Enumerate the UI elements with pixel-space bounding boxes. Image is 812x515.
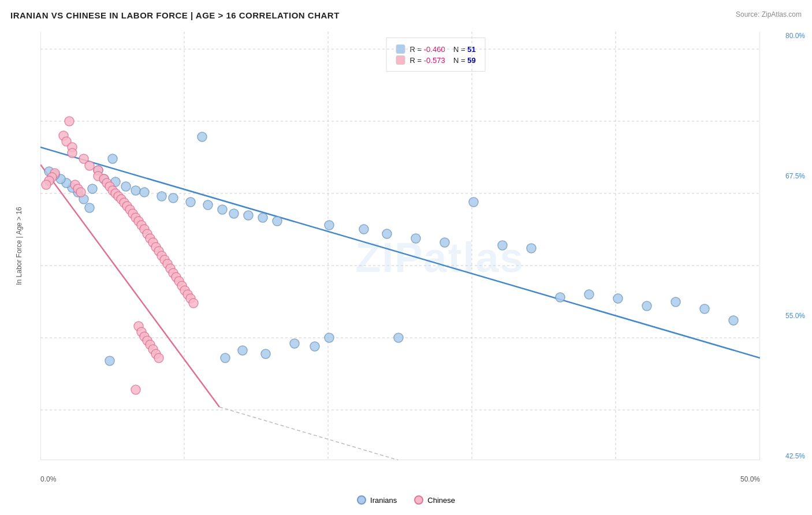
legend-label-iranians: Iranians <box>370 496 397 505</box>
svg-point-45 <box>671 297 680 307</box>
svg-point-41 <box>556 293 565 302</box>
svg-point-21 <box>88 184 97 193</box>
legend-label-chinese: Chinese <box>427 496 455 505</box>
svg-point-47 <box>729 316 738 325</box>
svg-point-54 <box>261 349 270 359</box>
svg-point-104 <box>76 188 85 197</box>
y-label-42: 42.5% <box>785 452 805 460</box>
svg-point-31 <box>258 213 267 222</box>
svg-point-24 <box>157 192 166 201</box>
svg-point-42 <box>584 290 594 299</box>
svg-point-33 <box>325 221 334 230</box>
svg-point-56 <box>198 132 207 141</box>
legend-item-iranians: Iranians <box>357 495 397 505</box>
x-axis-labels: 0.0% 50.0% <box>40 475 760 483</box>
svg-point-50 <box>394 333 403 342</box>
svg-point-113 <box>131 385 140 394</box>
svg-point-30 <box>244 211 253 220</box>
svg-point-112 <box>42 180 51 189</box>
y-axis-label: In Labor Force | Age > 16 <box>0 32 38 460</box>
svg-point-35 <box>382 229 392 238</box>
svg-point-57 <box>85 203 94 212</box>
legend-circle-iranians <box>357 495 366 505</box>
svg-point-49 <box>325 333 334 342</box>
legend-circle-chinese <box>414 495 423 505</box>
svg-point-40 <box>527 244 536 253</box>
chart-svg <box>40 32 760 460</box>
svg-point-27 <box>203 200 213 210</box>
svg-point-37 <box>440 238 449 247</box>
source-label: Source: ZipAtlas.com <box>736 10 802 18</box>
svg-line-13 <box>40 147 760 358</box>
svg-point-25 <box>169 193 178 203</box>
svg-point-34 <box>359 225 368 234</box>
svg-line-15 <box>219 407 398 460</box>
x-label-0: 0.0% <box>40 475 56 483</box>
svg-point-29 <box>229 209 239 218</box>
svg-point-22 <box>131 186 140 195</box>
svg-point-48 <box>105 356 114 365</box>
svg-point-67 <box>85 161 94 170</box>
y-label-80: 80.0% <box>785 32 805 40</box>
svg-point-52 <box>310 342 319 351</box>
svg-point-16 <box>108 154 117 163</box>
y-label-67: 67.5% <box>785 172 805 180</box>
svg-point-26 <box>186 197 195 207</box>
svg-point-65 <box>65 117 74 126</box>
y-axis-labels: 80.0% 67.5% 55.0% 42.5% <box>785 32 805 460</box>
svg-point-39 <box>498 241 507 250</box>
svg-point-101 <box>189 298 198 308</box>
legend-item-chinese: Chinese <box>414 495 455 505</box>
svg-point-20 <box>121 182 131 191</box>
svg-point-44 <box>642 301 651 311</box>
svg-point-121 <box>154 353 163 363</box>
svg-point-38 <box>469 197 478 207</box>
chart-container: IRANIAN VS CHINESE IN LABOR FORCE | AGE … <box>0 0 812 515</box>
chart-title: IRANIAN VS CHINESE IN LABOR FORCE | AGE … <box>10 10 340 20</box>
svg-point-55 <box>221 353 230 363</box>
x-label-50: 50.0% <box>740 475 760 483</box>
svg-point-46 <box>700 304 709 314</box>
bottom-legend: Iranians Chinese <box>357 495 455 505</box>
svg-point-23 <box>140 188 149 197</box>
svg-point-28 <box>218 205 227 214</box>
svg-point-53 <box>238 346 247 355</box>
svg-point-108 <box>68 148 77 158</box>
y-label-55: 55.0% <box>785 312 805 320</box>
svg-point-36 <box>411 234 420 243</box>
svg-point-43 <box>613 294 623 303</box>
svg-point-32 <box>273 217 282 226</box>
svg-point-51 <box>290 339 299 348</box>
